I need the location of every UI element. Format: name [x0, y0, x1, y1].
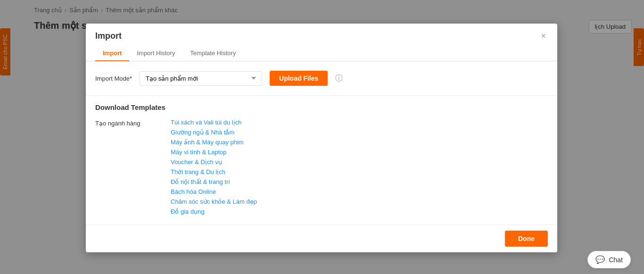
tab-import[interactable]: Import	[95, 46, 129, 61]
template-link-5[interactable]: Thời trang & Du lịch	[171, 168, 548, 175]
info-icon[interactable]: ⓘ	[335, 74, 343, 83]
modal-title: Import	[95, 31, 122, 41]
templates-scroll-area[interactable]: Tạo ngành hàng Túi xách và Vali túi du l…	[86, 119, 557, 215]
chat-widget[interactable]: 💬 Chat	[587, 251, 631, 268]
chat-label: Chat	[609, 256, 623, 264]
template-link-2[interactable]: Máy ảnh & Máy quay phim	[171, 139, 548, 146]
import-mode-label: Import Mode*	[95, 75, 132, 82]
modal-close-button[interactable]: ×	[539, 31, 548, 41]
modal-footer: Done	[86, 224, 557, 252]
template-link-9[interactable]: Đồ gia dụng	[171, 208, 548, 215]
download-templates-title: Download Templates	[95, 103, 548, 111]
template-link-6[interactable]: Đồ nội thất & trang trí	[171, 178, 548, 185]
template-link-7[interactable]: Bách hóa Online	[171, 188, 548, 195]
template-link-8[interactable]: Chăm sóc sức khỏe & Làm đẹp	[171, 198, 548, 205]
import-mode-row: Import Mode* Tạo sản phẩm mớiCập nhật sả…	[95, 71, 548, 86]
chat-icon: 💬	[595, 255, 605, 264]
import-modal: Import × Import Import History Template …	[86, 24, 557, 252]
tab-import-history[interactable]: Import History	[129, 46, 182, 61]
modal-body: Import Mode* Tạo sản phẩm mớiCập nhật sả…	[86, 61, 557, 224]
templates-row: Tạo ngành hàng Túi xách và Vali túi du l…	[95, 119, 548, 215]
import-mode-select[interactable]: Tạo sản phẩm mớiCập nhật sản phẩm	[140, 71, 262, 86]
modal-tabs: Import Import History Template History	[86, 46, 557, 61]
modal-header: Import ×	[86, 24, 557, 41]
upload-files-button[interactable]: Upload Files	[270, 71, 328, 86]
done-button[interactable]: Done	[505, 231, 548, 247]
tao-nganh-hang-label: Tạo ngành hàng	[95, 119, 171, 215]
template-link-0[interactable]: Túi xách và Vali túi du lịch	[171, 119, 548, 126]
tab-template-history[interactable]: Template History	[182, 46, 243, 61]
template-link-3[interactable]: Máy vi tính & Laptop	[171, 149, 548, 156]
template-link-4[interactable]: Voucher & Dịch vụ	[171, 158, 548, 166]
section-divider	[86, 95, 557, 96]
template-link-1[interactable]: Giường ngủ & Nhà tắm	[171, 129, 548, 136]
template-links: Túi xách và Vali túi du lịch Giường ngủ …	[171, 119, 548, 215]
